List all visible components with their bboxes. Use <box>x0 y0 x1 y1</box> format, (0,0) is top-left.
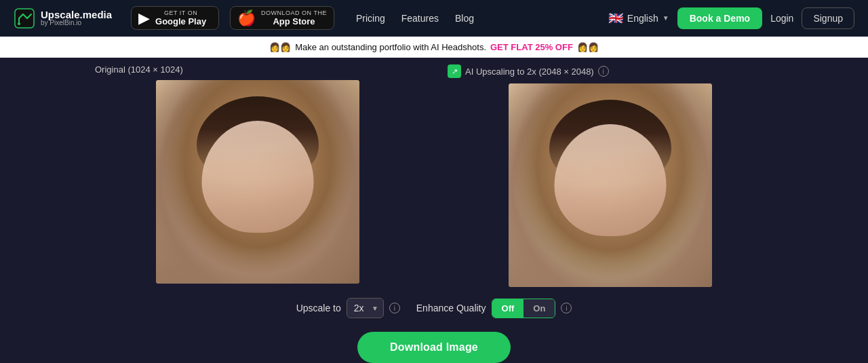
panels-row: Original (1024 × 1024) ↗ AI Upscaling to… <box>0 58 868 287</box>
login-button[interactable]: Login <box>770 13 793 24</box>
download-row: Download Image <box>357 326 511 363</box>
enhance-info-icon[interactable]: i <box>561 303 572 313</box>
signup-button[interactable]: Signup <box>802 7 854 29</box>
upscale-select-wrapper: 2x 4x 8x ▼ <box>347 298 384 318</box>
promo-emoji-left: 👩👩 <box>269 42 291 52</box>
enhance-on-button[interactable]: On <box>524 299 555 318</box>
upscale-select-info-icon[interactable]: i <box>389 303 400 313</box>
original-label: Original (1024 × 1024) <box>95 64 183 75</box>
promo-emoji-right: 👩👩 <box>577 42 599 52</box>
upscaled-image <box>509 83 712 287</box>
upscaled-panel-header: ↗ AI Upscaling to 2x (2048 × 2048) i <box>434 64 609 83</box>
google-play-button[interactable]: ▶ GET IT ON Google Play <box>131 6 219 30</box>
controls-row: Upscale to 2x 4x 8x ▼ i Enhance Quality … <box>296 298 572 326</box>
logo-subtitle: by PixelBin.io <box>41 20 112 26</box>
language-selector[interactable]: 🇬🇧 English ▼ <box>608 11 669 26</box>
original-panel-header: Original (1024 × 1024) <box>81 64 183 80</box>
original-panel: Original (1024 × 1024) <box>81 64 434 287</box>
logo-icon <box>14 7 35 29</box>
logo-title: Upscale.media <box>41 9 112 20</box>
upscale-info-icon[interactable]: i <box>598 66 609 77</box>
enhance-toggle-group: Off On <box>492 299 556 318</box>
nav-features[interactable]: Features <box>401 13 439 24</box>
upscaled-panel: ↗ AI Upscaling to 2x (2048 × 2048) i <box>434 64 787 287</box>
upscale-control: Upscale to 2x 4x 8x ▼ i <box>296 298 400 318</box>
nav-links: Pricing Features Blog <box>356 13 474 24</box>
upscaled-label: AI Upscaling to 2x (2048 × 2048) <box>465 66 594 77</box>
promo-discount[interactable]: GET FLAT 25% OFF <box>490 42 573 52</box>
download-button[interactable]: Download Image <box>357 332 511 363</box>
promo-banner: 👩👩 Make an outstanding portfolio with AI… <box>0 37 868 58</box>
upscale-select[interactable]: 2x 4x 8x <box>347 298 384 318</box>
header-right: 🇬🇧 English ▼ Book a Demo Login Signup <box>608 7 854 29</box>
enhance-control: Enhance Quality Off On i <box>416 299 572 318</box>
upscaled-image-bg <box>509 83 712 287</box>
apple-icon: 🍎 <box>237 11 256 26</box>
svg-rect-1 <box>15 9 34 28</box>
enhance-off-button[interactable]: Off <box>492 299 524 318</box>
nav-blog[interactable]: Blog <box>455 13 474 24</box>
app-store-button[interactable]: 🍎 Download on the App Store <box>230 6 334 30</box>
original-image <box>156 80 359 284</box>
nav-pricing[interactable]: Pricing <box>356 13 385 24</box>
original-image-bg <box>156 80 359 284</box>
svg-point-2 <box>18 22 20 25</box>
upscale-icon: ↗ <box>448 64 461 78</box>
enhance-label: Enhance Quality <box>416 303 486 313</box>
flag-icon: 🇬🇧 <box>608 11 623 26</box>
google-play-text: GET IT ON Google Play <box>155 9 206 26</box>
lang-label: English <box>627 13 658 24</box>
main-content: Original (1024 × 1024) ↗ AI Upscaling to… <box>0 58 868 363</box>
chevron-down-icon: ▼ <box>663 14 669 22</box>
promo-text: Make an outstanding portfolio with AI He… <box>295 42 486 52</box>
book-demo-button[interactable]: Book a Demo <box>677 7 762 29</box>
header: Upscale.media by PixelBin.io ▶ GET IT ON… <box>0 0 868 37</box>
app-store-text: Download on the App Store <box>261 9 327 26</box>
logo-text-block: Upscale.media by PixelBin.io <box>41 9 112 26</box>
google-play-icon: ▶ <box>138 11 150 26</box>
upscale-label: Upscale to <box>296 303 341 313</box>
logo-area[interactable]: Upscale.media by PixelBin.io <box>14 7 112 29</box>
